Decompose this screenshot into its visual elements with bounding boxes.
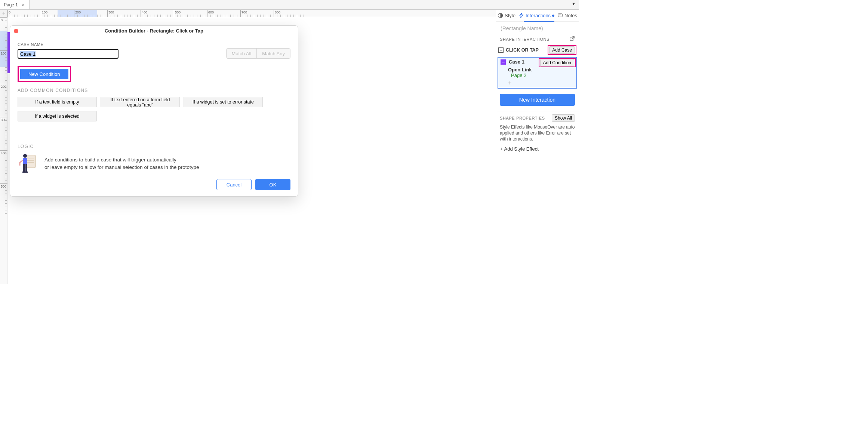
logic-row: Add conditions to build a case that will… <box>18 153 290 175</box>
svg-rect-5 <box>23 158 27 164</box>
case-block[interactable]: − Case 1 Add Condition Open Link Page 2 … <box>498 57 577 89</box>
dialog-footer: Cancel OK <box>18 179 290 190</box>
logic-line-2: or leave empty to allow for manual selec… <box>44 164 199 171</box>
logic-help-text: Add conditions to build a case that will… <box>44 156 199 171</box>
dialog-body: CASE NAME Match All Match Any New Condit… <box>10 36 298 196</box>
cancel-button[interactable]: Cancel <box>216 179 252 190</box>
page-tab-label: Page 1 <box>4 2 18 7</box>
logic-label: LOGIC <box>18 144 290 149</box>
match-all-button[interactable]: Match All <box>227 49 257 58</box>
notes-icon <box>557 13 563 18</box>
ok-button[interactable]: OK <box>255 179 290 190</box>
new-condition-button[interactable]: New Condition <box>20 69 68 79</box>
svg-rect-8 <box>22 172 25 173</box>
logic-line-1: Add conditions to build a case that will… <box>44 156 199 164</box>
common-condition-text-empty[interactable]: If a text field is empty <box>18 97 97 107</box>
page-tab[interactable]: Page 1 × <box>0 0 30 9</box>
event-row[interactable]: − CLICK OR TAP Add Case <box>496 44 579 56</box>
add-condition-button[interactable]: Add Condition <box>540 59 574 67</box>
tab-interactions-label: Interactions <box>526 13 551 18</box>
match-toggle-group: Match All Match Any <box>226 48 290 59</box>
dialog-title-text: Condition Builder - Rectangle: Click or … <box>105 28 203 34</box>
event-label: CLICK OR TAP <box>506 47 539 53</box>
new-interaction-button[interactable]: New Interaction <box>500 94 575 106</box>
show-all-button[interactable]: Show All <box>552 114 575 122</box>
shape-properties-label: SHAPE PROPERTIES <box>500 116 545 120</box>
common-condition-error-state[interactable]: If a widget is set to error state <box>184 97 263 107</box>
add-case-button[interactable]: Add Case <box>549 46 575 54</box>
action-target[interactable]: Page 2 <box>498 72 576 80</box>
close-dialog-button[interactable] <box>14 29 18 33</box>
match-any-button[interactable]: Match Any <box>256 49 290 58</box>
svg-rect-14 <box>570 37 573 40</box>
svg-rect-6 <box>23 164 25 172</box>
shape-interactions-header: SHAPE INTERACTIONS <box>496 34 579 44</box>
svg-point-4 <box>23 154 27 158</box>
tab-style-label: Style <box>505 13 515 18</box>
dialog-titlebar[interactable]: Condition Builder - Rectangle: Click or … <box>10 26 298 36</box>
plus-icon: + <box>500 146 503 152</box>
tab-notes[interactable]: Notes <box>556 10 579 21</box>
common-conditions-grid: If a text field is empty If text entered… <box>18 97 290 121</box>
svg-rect-11 <box>558 14 562 17</box>
add-action-icon[interactable]: + <box>498 80 576 88</box>
shape-properties-description: Style Effects like MouseOver are auto ap… <box>500 124 575 142</box>
ruler-horizontal[interactable]: 0100200300400500600700800 <box>7 10 496 17</box>
inspector-tabs: Style Interactions Notes <box>496 10 579 22</box>
add-style-effect-button[interactable]: +Add Style Effect <box>500 146 575 152</box>
svg-rect-9 <box>25 172 28 173</box>
common-condition-text-equals[interactable]: If text entered on a form field equals "… <box>101 97 180 107</box>
tabs-dropdown-icon[interactable]: ▼ <box>572 1 576 6</box>
ruler-vertical[interactable]: 0100200300400500 <box>0 17 7 284</box>
ruler-origin[interactable]: ✛ <box>0 10 7 17</box>
tab-style[interactable]: Style <box>496 10 517 21</box>
case-name-label: CASE NAME <box>18 42 118 47</box>
workspace: ✛ 0100200300400500600700800 010020030040… <box>0 10 579 284</box>
widget-name-field[interactable]: (Rectangle Name) <box>496 22 579 34</box>
inspector-body: (Rectangle Name) SHAPE INTERACTIONS − CL… <box>496 22 579 284</box>
popout-icon[interactable] <box>569 36 575 43</box>
new-condition-highlight: New Condition <box>18 66 71 82</box>
interactions-indicator-dot <box>552 15 554 17</box>
case-collapse-icon[interactable]: − <box>501 59 506 65</box>
tab-notes-label: Notes <box>564 13 577 18</box>
page-tabs-bar: Page 1 × ▼ <box>0 0 579 10</box>
add-condition-highlight: Add Condition <box>539 58 576 67</box>
add-case-highlight: Add Case <box>548 45 576 55</box>
common-conditions-label: ADD COMMON CONDITIONS <box>18 88 290 93</box>
case-name-input[interactable] <box>18 49 118 59</box>
close-tab-icon[interactable]: × <box>21 2 25 8</box>
svg-rect-7 <box>25 164 27 172</box>
shape-interactions-label: SHAPE INTERACTIONS <box>500 37 550 41</box>
app-root: Page 1 × ▼ ✛ 0100200300400500600700800 0… <box>0 0 579 284</box>
event-collapse-icon[interactable]: − <box>498 47 504 53</box>
inspector-panel: Style Interactions Notes (Rectangle Name… <box>496 10 579 284</box>
style-icon <box>498 13 503 18</box>
lightning-icon <box>518 13 524 18</box>
condition-builder-dialog: Condition Builder - Rectangle: Click or … <box>10 25 298 197</box>
common-condition-selected[interactable]: If a widget is selected <box>18 111 97 121</box>
add-style-effect-label: Add Style Effect <box>504 146 539 152</box>
logic-illustration-icon <box>18 153 37 175</box>
tab-interactions[interactable]: Interactions <box>517 10 556 21</box>
shape-properties-section: SHAPE PROPERTIES Show All Style Effects … <box>496 111 579 155</box>
canvas-area[interactable]: ✛ 0100200300400500600700800 010020030040… <box>0 10 496 284</box>
